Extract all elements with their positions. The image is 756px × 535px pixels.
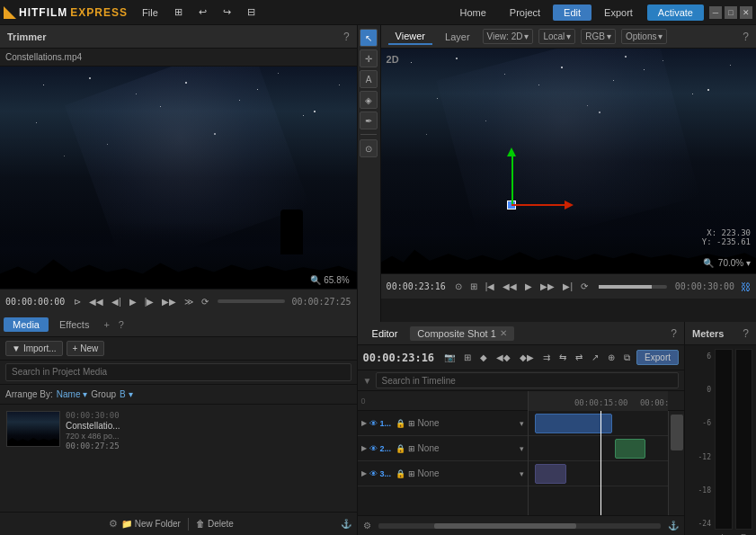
clip-3[interactable] [535,464,565,484]
viewer-progress-bar[interactable] [599,285,667,289]
minimize-button[interactable]: ─ [709,6,722,19]
timeline-scroll-thumb[interactable] [434,523,575,529]
delete-button[interactable]: 🗑 Delete [196,519,234,529]
viewer-link-btn[interactable]: ⛓ [741,281,751,292]
timeline-settings-icon[interactable]: ⚙ [363,521,371,531]
menu-icons[interactable]: ⊞ [167,4,190,20]
import-button[interactable]: ▼ Import... [5,341,63,356]
trim-loop-btn[interactable]: ⟳ [199,296,211,308]
close-button[interactable]: ✕ [740,6,752,19]
editor-snap-btn[interactable]: ⊞ [461,352,474,363]
track-3-lock[interactable]: 🔒 [396,469,405,478]
tool-transform-btn[interactable]: ✛ [360,49,378,67]
trim-next-btn[interactable]: ▶▶ [159,296,179,308]
nav-home[interactable]: Home [449,4,497,21]
trimmer-help-icon[interactable]: ? [343,31,350,43]
menu-redo[interactable]: ↪ [216,4,238,20]
viewer-next-btn[interactable]: ▶▶ [538,281,557,292]
viewer-record-btn[interactable]: ⊙ [452,281,465,292]
tab-editor[interactable]: Editor [365,326,405,341]
trim-start-btn[interactable]: ⊳ [71,296,84,308]
track-1-expand[interactable]: ▶ [361,419,367,427]
editor-copy-btn[interactable]: ⧉ [621,352,633,364]
rgb-dropdown[interactable]: RGB ▾ [581,29,616,44]
track-3-expand[interactable]: ▶ [361,469,367,477]
options-dropdown[interactable]: Options ▾ [621,29,667,44]
trim-step-back-btn[interactable]: ◀| [109,296,124,308]
meters-help-icon[interactable]: ? [743,327,749,340]
viewer-help-icon[interactable]: ? [743,31,749,43]
clip-2[interactable] [615,439,645,459]
group-dropdown[interactable]: B ▾ [120,389,132,399]
panel-tab-add-icon[interactable]: + [100,319,112,330]
composite-tab-close[interactable]: ✕ [500,328,507,338]
viewer-snap-btn[interactable]: ⊞ [467,281,480,292]
editor-slip-btn[interactable]: ⇆ [556,352,569,363]
media-search-input[interactable] [5,363,351,381]
tab-viewer[interactable]: Viewer [388,29,432,45]
tab-layer[interactable]: Layer [438,30,477,44]
trimmer-progress-bar[interactable] [218,299,285,303]
timeline-ruler-marks[interactable]: 00:00:15:00 00:00:3 [529,391,668,411]
viewer-loop-btn[interactable]: ⟳ [578,281,591,292]
menu-grid[interactable]: ⊟ [240,4,262,20]
local-dropdown[interactable]: Local ▾ [538,29,575,44]
menu-file[interactable]: File [135,5,165,20]
maximize-button[interactable]: □ [725,6,737,19]
viewer-start-btn[interactable]: |◀ [483,281,498,292]
track-2-expand[interactable]: ▶ [361,444,367,452]
editor-add-marker[interactable]: ◆ [477,352,490,363]
menu-undo[interactable]: ↩ [191,4,214,20]
new-media-button[interactable]: + New [67,341,105,356]
editor-cam-btn[interactable]: 📷 [441,352,458,363]
list-item[interactable]: 00:00:30:00 Constellatio... 720 x 486 po… [4,408,353,453]
editor-rate-btn[interactable]: ↗ [589,352,601,363]
editor-export-btn[interactable]: Export [636,350,679,365]
editor-prev-marker[interactable]: ◀◆ [494,352,513,363]
track-2-lock[interactable]: 🔒 [396,444,405,453]
nav-edit[interactable]: Edit [553,4,591,21]
trim-step-fwd-btn[interactable]: |▶ [142,296,157,308]
track-3-arrow[interactable]: ▾ [520,469,524,478]
editor-help-icon[interactable]: ? [671,327,677,340]
clip-1[interactable] [535,414,611,433]
composite-shot-tab[interactable]: Composite Shot 1 ✕ [410,326,513,341]
track-1-eye[interactable]: 👁 [369,419,378,428]
track-2-arrow[interactable]: ▾ [520,444,524,453]
arrange-name-dropdown[interactable]: Name ▾ [57,389,87,399]
media-settings-icon[interactable]: ⚙ [109,518,118,530]
filter-icon: ▼ [363,376,372,386]
new-folder-button[interactable]: 📁 New Folder [121,519,181,529]
trim-slow-btn[interactable]: ≫ [182,296,196,308]
tab-media[interactable]: Media [4,317,49,332]
viewer-prev-btn[interactable]: ◀◀ [500,281,520,292]
tool-select-btn[interactable]: ↖ [360,29,378,47]
nav-project[interactable]: Project [499,4,551,21]
nav-export[interactable]: Export [593,4,644,21]
timeline-scroll-track[interactable] [378,523,661,529]
viewer-play-btn[interactable]: ▶ [522,281,535,292]
track-3-eye[interactable]: 👁 [369,469,378,478]
tool-pen-btn[interactable]: ✒ [360,111,378,129]
track-2-eye[interactable]: 👁 [369,444,378,453]
tab-effects[interactable]: Effects [50,317,98,332]
view-dropdown[interactable]: View: 2D ▾ [483,29,534,44]
trim-prev-btn[interactable]: ◀◀ [86,296,106,308]
activate-button[interactable]: Activate [647,4,704,21]
viewer-end-btn[interactable]: ▶| [560,281,575,292]
track-1-lock[interactable]: 🔒 [396,419,405,428]
timeline-search-input[interactable] [376,372,679,388]
panel-tab-help-icon[interactable]: ? [115,319,128,330]
editor-next-marker[interactable]: ◆▶ [517,352,537,363]
editor-slide-btn[interactable]: ⇄ [573,352,585,363]
tool-mask-btn[interactable]: ◈ [360,91,378,109]
timeline-anchor-icon[interactable]: ⚓ [668,521,679,531]
track-1-arrow[interactable]: ▾ [520,419,524,428]
scroll-thumb[interactable] [671,415,683,450]
tool-camera-btn[interactable]: ⊙ [360,139,378,157]
trim-play-btn[interactable]: ▶ [127,296,139,308]
tool-text-btn[interactable]: A [360,70,378,88]
editor-ripple-btn[interactable]: ⇉ [540,352,553,363]
timeline-scrollbar[interactable] [668,411,684,515]
editor-zoom-btn[interactable]: ⊕ [605,352,618,363]
